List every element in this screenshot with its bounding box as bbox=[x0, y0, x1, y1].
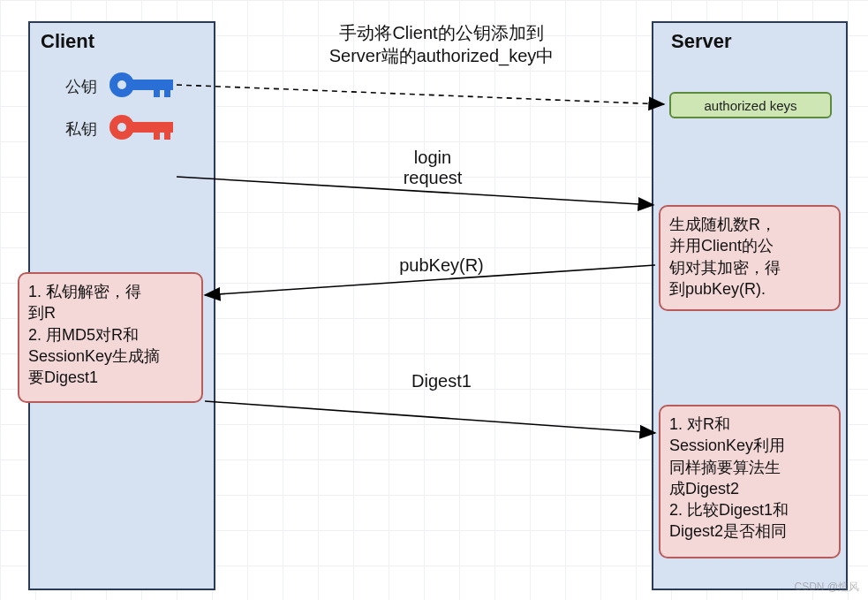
top-caption: 手动将Client的公钥添加到 Server端的authorized_key中 bbox=[291, 21, 592, 67]
private-key-label: 私钥 bbox=[65, 118, 97, 140]
server-title: Server bbox=[671, 30, 732, 53]
pubkey-label: pubKey(R) bbox=[371, 255, 512, 276]
public-key-label: 公钥 bbox=[65, 76, 97, 97]
watermark: CSDN @煊风 bbox=[794, 580, 859, 595]
authorized-keys-box: authorized keys bbox=[669, 92, 832, 118]
client-decrypt-note: 1. 私钥解密，得 到R 2. 用MD5对R和 SessionKey生成摘 要D… bbox=[18, 272, 203, 403]
login-label: login request bbox=[371, 148, 494, 188]
server-compare-note: 1. 对R和 SessionKey利用 同样摘要算法生 成Digest2 2. … bbox=[659, 405, 841, 558]
diagram-canvas: Client 公钥 私钥 Server authorized keys 生成随机… bbox=[0, 0, 868, 600]
digest-label: Digest1 bbox=[380, 371, 503, 391]
server-generate-note: 生成随机数R， 并用Client的公 钥对其加密，得 到pubKey(R). bbox=[659, 205, 841, 311]
client-title: Client bbox=[41, 30, 94, 53]
authorized-keys-text: authorized keys bbox=[704, 98, 796, 113]
